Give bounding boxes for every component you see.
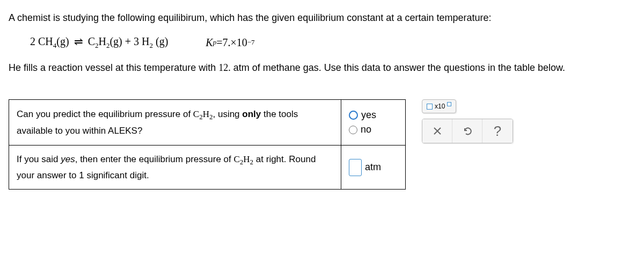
mantissa-box-icon bbox=[427, 104, 433, 110]
radio-no[interactable] bbox=[349, 126, 357, 134]
table-row: Can you predict the equilibrium pressure… bbox=[9, 100, 406, 146]
help-button[interactable]: ? bbox=[482, 119, 513, 143]
scientific-notation-button[interactable]: x10 bbox=[422, 99, 456, 113]
unit-label: atm bbox=[365, 162, 381, 173]
clear-button[interactable] bbox=[422, 119, 452, 143]
table-row: If you said yes, then enter the equilibr… bbox=[9, 146, 406, 190]
radio-yes[interactable] bbox=[349, 111, 358, 120]
question-2-text: If you said yes, then enter the equilibr… bbox=[9, 146, 341, 190]
undo-icon bbox=[462, 126, 473, 136]
chemical-equation: 2 CH4(g) ⇌ C2H2(g) + 3 H2 (g) bbox=[30, 35, 168, 50]
radio-yes-label: yes bbox=[361, 110, 376, 121]
action-buttons: ? bbox=[422, 119, 513, 143]
question-1-text: Can you predict the equilibrium pressure… bbox=[9, 100, 341, 146]
close-icon bbox=[433, 126, 442, 136]
undo-button[interactable] bbox=[452, 119, 482, 143]
question-table: Can you predict the equilibrium pressure… bbox=[9, 99, 406, 190]
kp-expression: Kp=7. × 10−7 bbox=[206, 37, 254, 49]
pressure-input[interactable] bbox=[349, 159, 362, 176]
exponent-box-icon bbox=[447, 102, 451, 106]
tool-panel: x10 ? bbox=[422, 99, 513, 143]
x10-label: x10 bbox=[435, 103, 445, 110]
question-1-answer: yes no bbox=[341, 100, 406, 146]
secondary-text: He fills a reaction vessel at this tempe… bbox=[9, 61, 635, 75]
equilibrium-arrows-icon: ⇌ bbox=[74, 35, 83, 48]
help-icon: ? bbox=[494, 123, 501, 140]
equation-row: 2 CH4(g) ⇌ C2H2(g) + 3 H2 (g) Kp=7. × 10… bbox=[30, 35, 635, 50]
question-2-answer: atm bbox=[341, 146, 406, 190]
intro-text: A chemist is studying the following equi… bbox=[9, 11, 635, 25]
radio-no-label: no bbox=[361, 124, 371, 135]
